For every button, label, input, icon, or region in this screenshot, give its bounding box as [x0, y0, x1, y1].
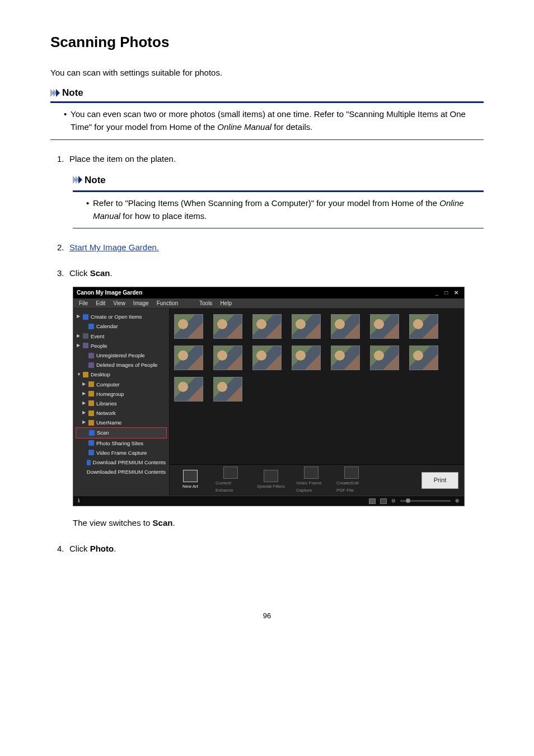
chevron-icon: ▶: [82, 390, 86, 398]
note-item: Refer to "Placing Items (When Scanning f…: [86, 197, 481, 223]
bottombar-label: Correct/ Enhance: [216, 480, 246, 494]
sidebar-item[interactable]: Unregistered People: [76, 351, 167, 360]
menu-edit[interactable]: Edit: [96, 299, 105, 308]
sidebar-item-label: Deleted Images of People: [96, 361, 157, 369]
bottombar-button: Video Frame Capture: [296, 466, 326, 494]
view-mode-icon[interactable]: [380, 498, 387, 504]
sidebar-item-label: Libraries: [96, 399, 116, 408]
thumbnail[interactable]: [174, 346, 203, 370]
window-controls[interactable]: _ □ ✕: [435, 288, 461, 297]
sidebar-item-label: Photo Sharing Sites: [96, 439, 143, 447]
tree-icon: [88, 450, 94, 455]
step-text: Place the item on the platen.: [69, 154, 176, 164]
thumbnail[interactable]: [213, 346, 242, 370]
sidebar-item-label: Unregistered People: [96, 351, 145, 360]
bottombar-label: New Art: [182, 483, 198, 491]
tree-icon: [88, 391, 94, 396]
menu-help[interactable]: Help: [220, 299, 232, 308]
tree-icon: [83, 343, 88, 348]
note-title: Note: [85, 172, 106, 188]
tree-icon: [83, 372, 88, 377]
note-text-2: for how to place items.: [120, 211, 207, 221]
sidebar-item[interactable]: ▶Homegroup: [76, 389, 167, 399]
thumbnail[interactable]: [409, 346, 438, 370]
app-title: Canon My Image Garden: [77, 288, 142, 297]
sidebar-item[interactable]: ▶UserName: [76, 418, 167, 427]
app-statusbar: ℹ ⊖ ⊕: [73, 496, 464, 506]
tree-icon: [88, 353, 94, 358]
sidebar-item-label: Calendar: [96, 322, 118, 330]
thumbnail[interactable]: [174, 377, 203, 402]
chevron-icon: ▶: [77, 333, 81, 340]
menu-tools[interactable]: Tools: [199, 299, 212, 308]
menu-image[interactable]: Image: [133, 299, 149, 308]
tree-icon: [88, 400, 94, 406]
tree-icon: [88, 440, 94, 446]
view-mode-icon[interactable]: [369, 498, 376, 504]
sidebar-item[interactable]: Photo Sharing Sites: [76, 438, 167, 448]
sidebar-item-label: Homegroup: [96, 390, 124, 398]
zoom-in-icon[interactable]: ⊕: [455, 497, 460, 505]
sidebar-item[interactable]: ▶Event: [76, 332, 167, 341]
thumbnail[interactable]: [292, 346, 321, 370]
sidebar-item[interactable]: ▶Create or Open Items: [76, 312, 167, 321]
sidebar-item[interactable]: Download PREMIUM Contents: [76, 458, 167, 467]
note-arrows-icon: [50, 89, 59, 97]
step-2: 2. Start My Image Garden.: [57, 241, 484, 254]
chevron-icon: ▶: [77, 313, 81, 320]
tree-icon: [83, 314, 88, 320]
step-text-post: .: [110, 268, 113, 278]
menu-file[interactable]: File: [79, 299, 88, 308]
note-item: You can even scan two or more photos (sm…: [64, 108, 481, 134]
sidebar-item[interactable]: ▶Network: [76, 408, 167, 418]
sidebar-item-label: Desktop: [91, 370, 110, 379]
bottombar-icon: [304, 466, 318, 479]
thumbnail[interactable]: [252, 314, 282, 339]
sidebar-item[interactable]: Deleted Images of People: [76, 360, 167, 370]
sidebar-item-label: Scan: [97, 428, 109, 437]
after-bold: Scan: [153, 518, 173, 528]
sidebar-item[interactable]: ▼Desktop: [76, 370, 167, 379]
chevron-icon: ▶: [77, 342, 81, 349]
thumbnail[interactable]: [174, 314, 203, 339]
thumbnail[interactable]: [331, 346, 360, 370]
bottombar-label: Video Frame Capture: [296, 480, 326, 494]
bottombar-icon: [183, 470, 198, 482]
menu-view[interactable]: View: [113, 299, 125, 308]
thumbnail[interactable]: [331, 314, 360, 339]
zoom-out-icon[interactable]: ⊖: [391, 497, 396, 505]
sidebar-item[interactable]: Scan: [76, 427, 167, 438]
sidebar-item[interactable]: Video Frame Capture: [76, 448, 167, 458]
bottombar-button[interactable]: New Art: [175, 470, 205, 491]
bottombar-button: Correct/ Enhance: [216, 466, 246, 494]
thumbnail[interactable]: [370, 346, 399, 370]
print-button[interactable]: Print: [421, 472, 458, 489]
thumbnail[interactable]: [409, 314, 438, 339]
thumbnail[interactable]: [370, 314, 399, 339]
tree-icon: [89, 430, 95, 436]
bottombar-icon: [264, 470, 278, 482]
step-text-bold: Scan: [90, 268, 110, 278]
sidebar-item[interactable]: Calendar: [76, 321, 167, 331]
sidebar-item[interactable]: ▶Computer: [76, 380, 167, 389]
sidebar-item[interactable]: ▶People: [76, 341, 167, 351]
zoom-slider[interactable]: [400, 500, 451, 502]
start-mig-link[interactable]: Start My Image Garden.: [69, 242, 159, 252]
sidebar-item[interactable]: Downloaded PREMIUM Contents: [76, 467, 167, 477]
step-num: 4.: [57, 542, 64, 556]
thumbnail[interactable]: [292, 314, 321, 339]
sidebar-item-label: Download PREMIUM Contents: [93, 458, 166, 466]
sidebar-item-label: Video Frame Capture: [96, 449, 147, 457]
sidebar-item[interactable]: ▶Libraries: [76, 399, 167, 408]
page-title: Scanning Photos: [50, 34, 484, 51]
step3-after: The view switches to Scan.: [73, 516, 484, 530]
tree-icon: [88, 362, 94, 368]
thumbnail[interactable]: [213, 377, 242, 402]
thumbnail[interactable]: [252, 346, 282, 370]
thumbnail[interactable]: [213, 314, 242, 339]
status-info-icon[interactable]: ℹ: [78, 497, 79, 505]
tree-icon: [88, 410, 94, 416]
app-menubar: File Edit View Image Function Tools Help: [73, 298, 464, 309]
menu-function[interactable]: Function: [157, 299, 178, 308]
bottombar-icon: [344, 466, 359, 479]
